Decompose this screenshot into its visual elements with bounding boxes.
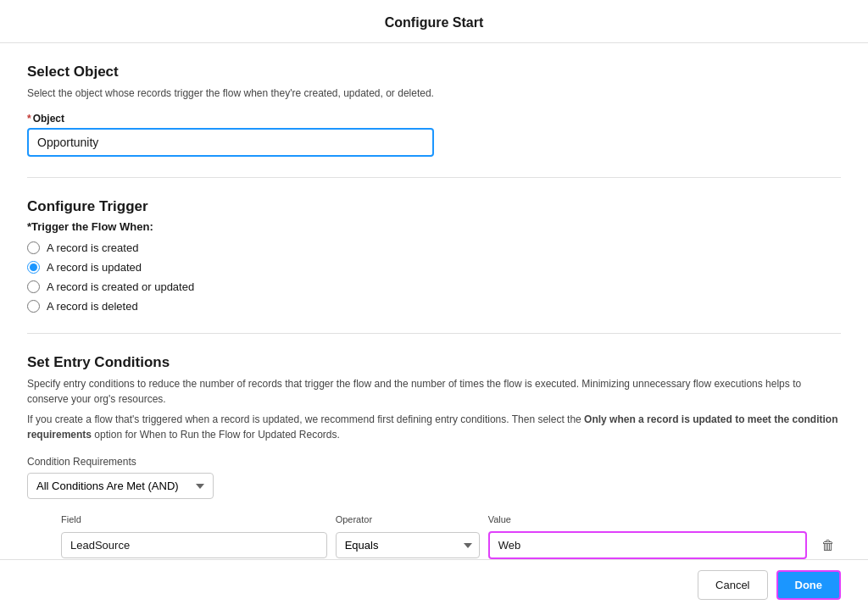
delete-condition-1[interactable]: 🗑 <box>815 533 841 558</box>
trigger-option-deleted[interactable]: A record is deleted <box>27 300 841 313</box>
value-col-1 <box>488 531 807 559</box>
radio-created[interactable] <box>27 241 40 254</box>
operator-col-1: Equals Not Equals Contains Is Changed <box>336 532 480 558</box>
value-input-1[interactable] <box>488 531 807 559</box>
radio-deleted[interactable] <box>27 300 40 313</box>
condition-req-dropdown[interactable]: All Conditions Are Met (AND) <box>27 473 214 499</box>
entry-conditions-desc1: Specify entry conditions to reduce the n… <box>27 376 841 407</box>
radio-updated[interactable] <box>27 261 40 274</box>
radio-created-or-updated[interactable] <box>27 280 40 293</box>
condition-requirements: Condition Requirements All Conditions Ar… <box>27 456 841 499</box>
field-col-1 <box>61 532 327 558</box>
select-object-desc: Select the object whose records trigger … <box>27 86 841 101</box>
done-button[interactable]: Done <box>776 570 842 600</box>
select-object-title: Select Object <box>27 64 841 80</box>
condition-row-1: Equals Not Equals Contains Is Changed 🗑 <box>27 531 841 559</box>
footer: Cancel Done <box>0 559 868 610</box>
page-title: Configure Start <box>0 0 868 43</box>
configure-trigger-section: Configure Trigger *Trigger the Flow When… <box>27 198 841 334</box>
entry-conditions-title: Set Entry Conditions <box>27 354 841 371</box>
condition-req-label: Condition Requirements <box>27 456 841 468</box>
trigger-options: A record is created A record is updated … <box>27 241 841 313</box>
header-value: Value <box>488 514 807 524</box>
object-field-label: *Object <box>27 113 841 125</box>
select-object-section: Select Object Select the object whose re… <box>27 64 841 178</box>
operator-select-1[interactable]: Equals Not Equals Contains Is Changed <box>336 532 480 558</box>
header-operator: Operator <box>336 514 480 524</box>
trigger-option-updated[interactable]: A record is updated <box>27 261 841 274</box>
cancel-button[interactable]: Cancel <box>698 570 767 600</box>
trigger-option-created-or-updated[interactable]: A record is created or updated <box>27 280 841 293</box>
configure-trigger-title: Configure Trigger <box>27 198 841 215</box>
header-spacer <box>815 514 841 528</box>
condition-headers: Field Operator Value <box>27 514 841 528</box>
object-input[interactable] <box>27 128 434 157</box>
header-field: Field <box>61 514 327 524</box>
entry-conditions-desc2: If you create a flow that's triggered wh… <box>27 412 841 442</box>
trigger-flow-when-label: *Trigger the Flow When: <box>27 220 841 233</box>
trigger-option-created[interactable]: A record is created <box>27 241 841 254</box>
field-input-1[interactable] <box>61 532 327 558</box>
